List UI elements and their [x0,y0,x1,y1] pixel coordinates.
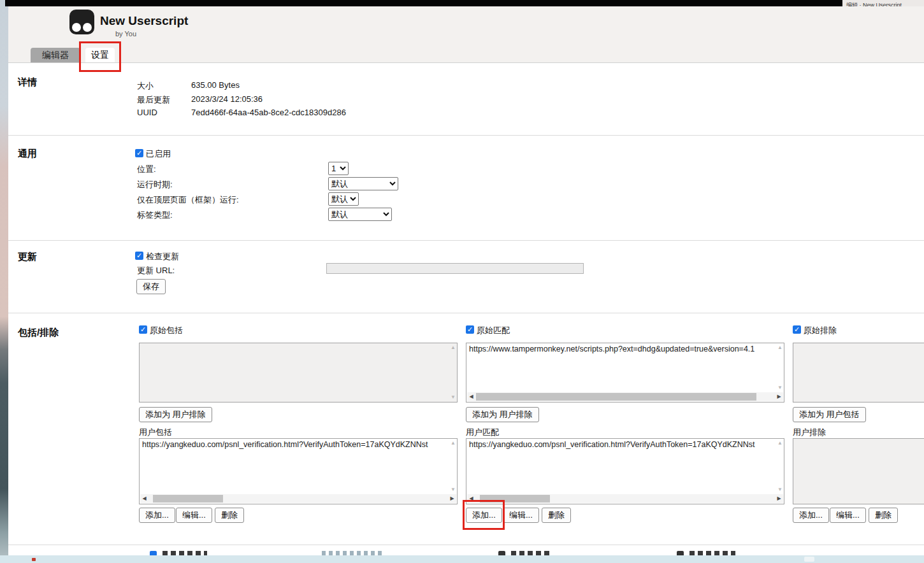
details-updated-value: 2023/3/24 12:05:36 [191,94,263,104]
update-url-input[interactable] [326,263,584,274]
annotation-box-settings-tab [79,41,121,72]
user-matches-textarea[interactable]: https://yangkeduo.com/psnl_verification.… [466,438,784,504]
user-matches-label: 用户匹配 [466,427,499,438]
scroll-down-icon[interactable]: ▼ [451,487,456,492]
horizontal-scrollbar[interactable]: ◀ ▶ [467,392,783,401]
user-matches-edit-button[interactable]: 编辑... [503,508,539,523]
clipped-text-fragment [162,551,207,555]
user-includes-label: 用户包括 [139,427,172,438]
logo-eye-right [83,23,92,32]
enabled-checkbox[interactable] [135,149,143,157]
scroll-left-icon[interactable]: ◀ [140,495,148,502]
original-includes-textarea[interactable]: ▲ ▼ [139,343,458,403]
section-title-details: 详情 [18,76,37,89]
details-updated-label: 最后更新 [137,94,170,106]
scroll-down-icon[interactable]: ▼ [777,385,783,390]
details-size-value: 635.00 Bytes [191,80,240,90]
position-label: 位置: [137,164,156,175]
screen: 编辑 · New Userscript New Userscript by Yo… [0,0,924,563]
original-includes-checkbox[interactable] [139,325,147,334]
clipped-next-section-fragment [498,551,556,555]
original-excludes-label: 原始排除 [804,325,837,336]
clipped-text-fragment [689,551,735,555]
scroll-up-icon[interactable]: ▲ [777,441,783,446]
user-includes-add-button[interactable]: 添加... [139,508,175,523]
update-url-label: 更新 URL: [137,265,175,276]
tag-type-select[interactable]: 默认 [328,208,392,221]
desktop-wallpaper-left-strip [0,0,8,555]
section-title-general: 通用 [18,148,37,160]
user-matches-delete-button[interactable]: 删除 [542,508,571,523]
add-as-user-includes-button[interactable]: 添加为 用户包括 [793,407,866,422]
scroll-right-icon[interactable]: ▶ [448,495,456,502]
run-at-label: 运行时期: [137,179,173,190]
script-byline: by You [115,30,136,38]
clipped-checkbox-icon [498,551,505,555]
user-includes-edit-button[interactable]: 编辑... [176,508,212,523]
add-as-user-excludes-button[interactable]: 添加为 用户排除 [466,407,539,422]
clipped-text-fragment [511,551,551,555]
add-as-user-excludes-button[interactable]: 添加为 用户排除 [139,407,212,422]
script-title: New Userscript [100,14,188,28]
scroll-left-icon[interactable]: ◀ [467,393,475,401]
clipped-checkbox-icon [677,551,684,555]
run-at-select[interactable]: 默认 [328,177,398,190]
scroll-down-icon[interactable]: ▼ [451,395,456,400]
top-frame-only-label: 仅在顶层页面（框架）运行: [137,194,239,206]
browser-tab-title-clipped[interactable]: 编辑 · New Userscript [842,0,924,6]
original-excludes-textarea[interactable] [793,343,924,403]
tampermonkey-logo-icon [69,10,94,34]
tag-type-label: 标签类型: [137,210,173,221]
browser-top-bar: 编辑 · New Userscript [5,0,924,6]
section-divider [8,313,924,313]
section-title-update: 更新 [18,251,37,263]
user-excludes-delete-button[interactable]: 删除 [869,508,898,523]
details-uuid-label: UUID [137,108,157,117]
scroll-up-icon[interactable]: ▲ [451,345,456,350]
check-updates-label: 检查更新 [146,251,179,262]
clipped-next-section-fragment [322,551,386,555]
wallpaper-red-dot [32,558,36,561]
annotation-box-add-button [463,500,505,530]
user-excludes-label: 用户排除 [793,427,826,438]
scroll-down-icon[interactable]: ▼ [777,487,783,492]
scroll-right-icon[interactable]: ▶ [775,393,783,401]
position-select[interactable]: 1 [328,162,349,175]
original-matches-textarea[interactable]: https://www.tampermonkey.net/scripts.php… [466,343,784,403]
clipped-next-section-checkbox-fragment [150,551,220,555]
user-excludes-textarea[interactable] [793,438,924,504]
details-size-label: 大小 [137,80,154,92]
top-frame-only-select[interactable]: 默认 [328,192,359,206]
enabled-label: 已启用 [146,148,171,160]
tampermonkey-script-settings-page: New Userscript by You 编辑器 设置 详情 大小 635.0… [8,6,924,555]
section-divider [8,240,924,241]
wallpaper-chip [804,557,814,562]
scrollbar-thumb[interactable] [476,393,756,401]
original-matches-checkbox[interactable] [466,325,474,334]
horizontal-scrollbar[interactable]: ◀ ▶ [140,494,456,503]
tab-editor[interactable]: 编辑器 [31,48,80,62]
original-matches-label: 原始匹配 [477,325,510,336]
original-includes-label: 原始包括 [150,325,183,336]
section-title-includes-excludes: 包括/排除 [18,327,59,339]
user-includes-textarea[interactable]: https://yangkeduo.com/psnl_verification.… [139,438,458,504]
scroll-up-icon[interactable]: ▲ [451,441,456,446]
clipped-next-section-fragment [677,551,740,555]
scroll-right-icon[interactable]: ▶ [775,495,783,502]
user-excludes-add-button[interactable]: 添加... [793,508,829,523]
save-button[interactable]: 保存 [136,279,166,294]
check-updates-checkbox[interactable] [135,252,143,260]
scrollbar-thumb[interactable] [153,495,223,502]
details-uuid-value: 7edd466f-64aa-45ab-8ce2-cdc18309d286 [191,108,346,117]
horizontal-scrollbar[interactable]: ◀ ▶ [467,494,783,503]
user-includes-delete-button[interactable]: 删除 [215,508,244,523]
browser-tab-title-text: 编辑 · New Userscript [842,2,924,6]
section-divider [8,135,924,136]
scroll-up-icon[interactable]: ▲ [777,345,783,350]
clipped-checkbox-icon [150,551,157,555]
clipped-text-fragment [322,551,382,555]
user-excludes-edit-button[interactable]: 编辑... [830,508,866,523]
logo-eye-left [72,23,81,32]
section-divider [8,545,924,545]
original-excludes-checkbox[interactable] [793,325,801,334]
